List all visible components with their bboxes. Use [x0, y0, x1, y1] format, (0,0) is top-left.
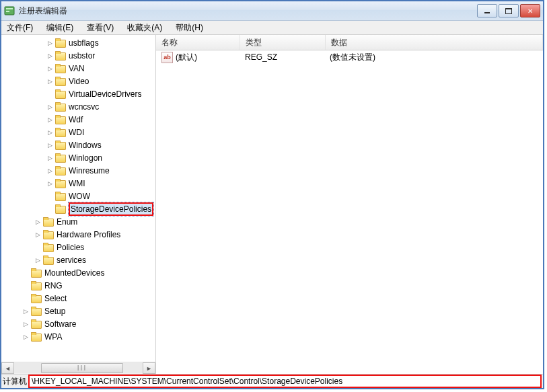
- tree-item[interactable]: ▷Winlogon: [1, 151, 155, 164]
- scroll-thumb-grip: III: [77, 364, 87, 372]
- expand-toggle-icon[interactable]: ▷: [46, 52, 54, 60]
- expand-toggle-icon[interactable]: ▷: [46, 128, 54, 136]
- tree-item-label: Wdf: [69, 115, 83, 124]
- app-window: 注册表编辑器 ✕ 文件(F) 编辑(E) 查看(V) 收藏夹(A) 帮助(H) …: [0, 0, 544, 389]
- status-path: \HKEY_LOCAL_MACHINE\SYSTEM\CurrentContro…: [28, 375, 542, 388]
- tree-item[interactable]: ▷WDI: [1, 126, 155, 139]
- expand-toggle-icon[interactable]: ▷: [46, 103, 54, 111]
- tree-item-label: WDI: [69, 128, 84, 137]
- tree-item[interactable]: WOW: [1, 190, 155, 202]
- menu-view[interactable]: 查看(V): [84, 21, 116, 35]
- folder-icon: [31, 294, 42, 303]
- tree-item[interactable]: ▷usbstor: [1, 49, 155, 62]
- minimize-button[interactable]: [477, 4, 497, 17]
- tree-item-label: StorageDevicePolicies: [69, 202, 153, 216]
- expand-toggle-icon[interactable]: ▷: [46, 141, 54, 149]
- expand-toggle-icon[interactable]: ▷: [34, 256, 42, 264]
- folder-icon: [55, 51, 66, 60]
- expand-toggle-icon[interactable]: ▷: [34, 231, 42, 239]
- tree-item[interactable]: ▷wcncsvc: [1, 100, 155, 113]
- folder-icon: [55, 115, 66, 124]
- close-button[interactable]: ✕: [520, 4, 540, 17]
- folder-icon: [43, 243, 54, 251]
- expand-toggle-icon[interactable]: ▷: [34, 218, 42, 226]
- maximize-button[interactable]: [499, 4, 519, 17]
- tree-item-label: Enum: [57, 217, 77, 227]
- tree-item[interactable]: Policies: [1, 241, 155, 253]
- expand-toggle-icon[interactable]: ▷: [46, 180, 54, 188]
- tree-item[interactable]: ▷Wdf: [1, 113, 155, 126]
- tree-item[interactable]: VirtualDeviceDrivers: [1, 87, 155, 100]
- regedit-icon: [4, 5, 15, 16]
- tree-item-label: RNG: [44, 281, 63, 290]
- tree-item[interactable]: StorageDevicePolicies: [1, 202, 155, 215]
- tree-item[interactable]: ▷usbflags: [1, 36, 155, 49]
- folder-icon: [31, 319, 42, 328]
- tree-item[interactable]: ▷Setup: [1, 305, 155, 317]
- expand-toggle-icon: [34, 243, 42, 251]
- expand-toggle-icon[interactable]: ▷: [46, 39, 54, 47]
- tree-item-label: VAN: [69, 64, 85, 73]
- expand-toggle-icon[interactable]: ▷: [22, 320, 30, 328]
- folder-icon: [55, 192, 66, 200]
- tree-hscrollbar[interactable]: ◄ III ►: [1, 362, 155, 374]
- column-header-type[interactable]: 类型: [240, 35, 326, 50]
- tree-item-label: Select: [44, 294, 67, 303]
- tree-item[interactable]: ▷VAN: [1, 62, 155, 75]
- maximize-icon: [505, 8, 512, 14]
- tree-item[interactable]: ▷Software: [1, 317, 155, 330]
- tree-item[interactable]: ▷Winresume: [1, 164, 155, 177]
- menu-edit[interactable]: 编辑(E): [44, 21, 76, 35]
- tree-item[interactable]: ▷Video: [1, 75, 155, 87]
- menu-favorites[interactable]: 收藏夹(A): [124, 21, 165, 35]
- expand-toggle-icon[interactable]: ▷: [46, 154, 54, 162]
- folder-icon: [43, 256, 54, 264]
- expand-toggle-icon[interactable]: ▷: [46, 167, 54, 175]
- tree-item[interactable]: RNG: [1, 279, 155, 292]
- expand-toggle-icon[interactable]: ▷: [46, 65, 54, 73]
- tree-item[interactable]: ▷WMI: [1, 177, 155, 190]
- tree-item-label: usbstor: [69, 51, 95, 61]
- tree-item[interactable]: ▷WPA: [1, 330, 155, 343]
- scroll-right-button[interactable]: ►: [143, 362, 155, 374]
- expand-toggle-icon[interactable]: ▷: [22, 307, 30, 315]
- scroll-thumb[interactable]: III: [41, 363, 123, 373]
- tree-item-label: WPA: [44, 332, 62, 342]
- tree-item[interactable]: Select: [1, 292, 155, 305]
- tree-item-label: Setup: [44, 307, 65, 316]
- tree-item-label: Video: [69, 77, 89, 86]
- folder-icon: [31, 281, 42, 290]
- expand-toggle-icon: [22, 295, 30, 303]
- expand-toggle-icon[interactable]: ▷: [46, 116, 54, 124]
- scroll-left-button[interactable]: ◄: [1, 362, 14, 374]
- folder-icon: [55, 89, 66, 98]
- folder-icon: [43, 230, 54, 239]
- values-listview[interactable]: ab(默认)REG_SZ(数值未设置): [156, 50, 543, 374]
- statusbar: 计算机 \HKEY_LOCAL_MACHINE\SYSTEM\CurrentCo…: [1, 374, 543, 388]
- svg-rect-1: [6, 8, 13, 9]
- column-header-name[interactable]: 名称: [156, 35, 240, 50]
- scroll-track[interactable]: III: [14, 363, 143, 373]
- expand-toggle-icon[interactable]: ▷: [46, 77, 54, 85]
- menu-help[interactable]: 帮助(H): [173, 21, 206, 35]
- tree-item-label: Winlogon: [69, 153, 102, 163]
- tree-item[interactable]: ▷services: [1, 253, 155, 266]
- tree-item[interactable]: ▷Hardware Profiles: [1, 228, 155, 241]
- expand-toggle-icon[interactable]: ▷: [22, 333, 30, 341]
- menu-file[interactable]: 文件(F): [4, 21, 36, 35]
- tree-item-label: Policies: [57, 243, 84, 252]
- folder-icon: [31, 307, 42, 315]
- tree-item[interactable]: ▷Enum: [1, 215, 155, 228]
- folder-icon: [55, 38, 66, 47]
- tree-item-label: Winresume: [69, 166, 110, 175]
- tree-item[interactable]: ▷Windows: [1, 139, 155, 151]
- value-type: REG_SZ: [240, 52, 324, 62]
- expand-toggle-icon: [46, 90, 54, 98]
- tree-item-label: MountedDevices: [44, 268, 104, 278]
- value-data: (数值未设置): [324, 52, 543, 63]
- tree-item[interactable]: MountedDevices: [1, 266, 155, 279]
- value-row[interactable]: ab(默认)REG_SZ(数值未设置): [156, 50, 543, 64]
- tree-view[interactable]: ▷usbflags▷usbstor▷VAN▷VideoVirtualDevice…: [1, 35, 155, 362]
- column-header-data[interactable]: 数据: [326, 35, 543, 50]
- folder-icon: [31, 268, 42, 277]
